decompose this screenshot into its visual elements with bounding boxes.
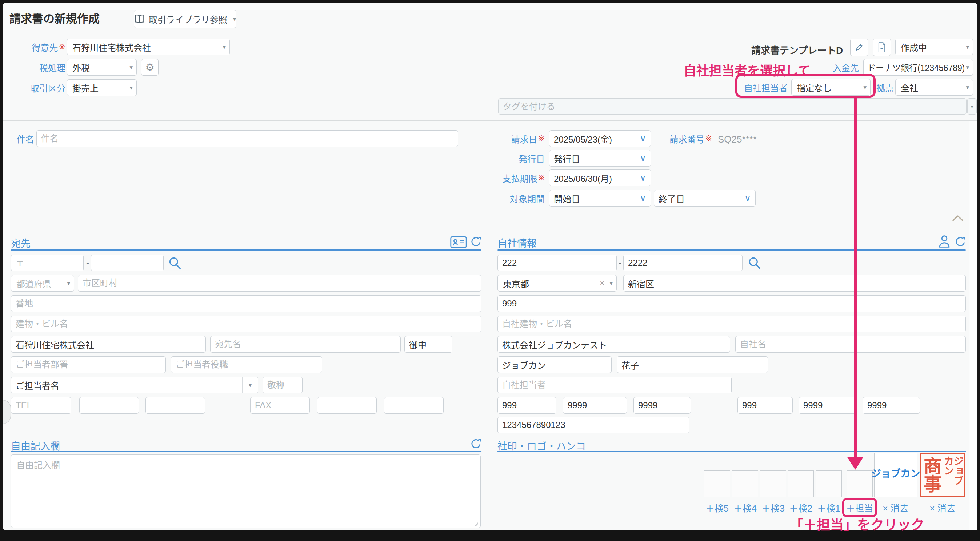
recipient-section-title: 宛先 <box>11 235 30 250</box>
tag-dropdown-button[interactable]: ▾ <box>967 98 977 115</box>
add-stamp-ken2-link[interactable]: ＋検2 <box>787 501 815 514</box>
required-mark: ※ <box>538 134 545 143</box>
recipient-building-input[interactable] <box>11 316 482 332</box>
deposit-select[interactable]: ドーナツ銀行(123456789)▾ <box>863 59 973 76</box>
clear-icon[interactable]: × <box>600 278 605 288</box>
vertical-scrollbar[interactable] <box>969 121 977 530</box>
fax-dash: - <box>793 397 799 414</box>
period-end-picker[interactable]: 終了日∨ <box>654 190 756 207</box>
issue-date-label: 発行日 <box>465 150 545 167</box>
company-postal2-input[interactable] <box>623 255 743 271</box>
issue-date-picker[interactable]: 発行日∨ <box>549 150 651 167</box>
stamp-slot-ken1[interactable] <box>816 471 842 497</box>
invoice-date-picker[interactable]: 2025/05/23(金)∨ <box>549 130 651 147</box>
company-staff-input[interactable] <box>498 377 732 393</box>
recipient-fax1-input[interactable] <box>250 397 310 414</box>
company-street-input[interactable] <box>498 295 966 312</box>
company-tel2-input[interactable] <box>563 397 627 414</box>
company-fax1-input[interactable] <box>737 397 793 414</box>
invoice-number-value: SQ25**** <box>718 134 757 145</box>
subject-input[interactable] <box>37 130 458 147</box>
postal-dash: - <box>617 255 622 271</box>
company-tel1-input[interactable] <box>498 397 556 414</box>
tel-dash: - <box>72 397 78 414</box>
stamp-slot-ken3[interactable] <box>760 471 786 497</box>
recipient-refresh-icon[interactable] <box>470 235 482 248</box>
add-stamp-ken5-link[interactable]: ＋検5 <box>703 501 731 514</box>
collapse-section-button[interactable] <box>952 215 964 222</box>
freenote-refresh-icon[interactable] <box>470 438 482 450</box>
annotation-arrow-line <box>854 98 857 457</box>
company-building-input[interactable] <box>498 316 966 332</box>
recipient-fax2-input[interactable] <box>317 397 377 414</box>
recipient-prefecture-select[interactable]: 都道府県▾ <box>11 275 74 291</box>
recipient-fax3-input[interactable] <box>384 397 444 414</box>
stamp-slot-ken5[interactable] <box>704 471 730 497</box>
edit-template-button[interactable] <box>850 38 869 56</box>
chevron-down-icon: ∨ <box>740 190 755 206</box>
chevron-down-icon: ▾ <box>966 84 969 91</box>
status-select[interactable]: 作成中▾ <box>895 38 973 55</box>
document-icon-button[interactable] <box>873 38 891 56</box>
company-firstname-input[interactable] <box>617 356 768 373</box>
add-stamp-ken4-link[interactable]: ＋検4 <box>731 501 759 514</box>
chevron-up-icon <box>952 215 964 222</box>
recipient-dept-input[interactable] <box>11 356 166 373</box>
add-stamp-ken3-link[interactable]: ＋検3 <box>759 501 787 514</box>
company-fax2-input[interactable] <box>799 397 857 414</box>
required-mark: ※ <box>705 134 712 143</box>
branch-select[interactable]: 全社▾ <box>895 79 973 95</box>
recipient-person-combo[interactable]: ご担当者名▾ <box>11 377 258 393</box>
company-refresh-icon[interactable] <box>954 235 967 248</box>
recipient-role-input[interactable] <box>171 356 322 373</box>
recipient-tel2-input[interactable] <box>79 397 139 414</box>
company-prefecture-select[interactable]: 東京都 × ▾ <box>498 275 617 291</box>
customer-select[interactable]: 石狩川住宅株式会社▾ <box>67 38 230 55</box>
address-card-icon[interactable] <box>450 235 467 249</box>
recipient-postal2-input[interactable] <box>91 255 164 271</box>
recipient-street-input[interactable] <box>11 295 482 312</box>
invoice-create-page: { "colors": { "accent_blue": "#4a93d5", … <box>0 0 980 541</box>
company-lastname-input[interactable] <box>498 356 612 373</box>
add-stamp-ken1-link[interactable]: ＋検1 <box>815 501 843 514</box>
chevron-down-icon: ▾ <box>609 280 613 287</box>
tax-settings-button[interactable]: ⚙ <box>141 59 159 76</box>
recipient-postal1-input[interactable] <box>11 255 84 271</box>
recipient-city-input[interactable] <box>78 275 482 291</box>
recipient-tel1-input[interactable] <box>11 397 71 414</box>
company-registration-input[interactable] <box>498 417 689 433</box>
due-date-picker[interactable]: 2025/06/30(月)∨ <box>549 169 651 186</box>
company-postal1-input[interactable] <box>498 255 617 271</box>
freenote-textarea[interactable] <box>11 455 481 528</box>
company-postal-search-icon[interactable] <box>748 256 762 270</box>
hanko-side-text: ジョブカン <box>943 456 963 495</box>
stamp-slot-ken2[interactable] <box>788 471 814 497</box>
fax-dash: - <box>377 397 383 414</box>
recipient-postal-search-icon[interactable] <box>168 256 182 270</box>
company-tel3-input[interactable] <box>633 397 691 414</box>
stamp-slot-ken4[interactable] <box>732 471 758 497</box>
transaction-type-select[interactable]: 掛売上▾ <box>67 79 137 96</box>
company-name-input[interactable] <box>498 336 730 353</box>
company-city-input[interactable] <box>623 275 966 291</box>
stamp-slot-tanto[interactable] <box>846 471 873 497</box>
company-fax3-input[interactable] <box>862 397 920 414</box>
tax-select[interactable]: 外税▾ <box>67 59 137 76</box>
recipient-company-input[interactable] <box>11 336 206 353</box>
erase-logo-link[interactable]: × 消去 <box>876 501 916 514</box>
tax-label: 税処理 <box>11 59 65 76</box>
required-mark: ※ <box>538 173 545 183</box>
tag-input[interactable] <box>498 98 967 115</box>
erase-hanko-link[interactable]: × 消去 <box>923 501 963 514</box>
period-start-picker[interactable]: 開始日∨ <box>549 190 651 207</box>
company-name2-input[interactable] <box>735 336 966 353</box>
transaction-library-button[interactable]: 取引ライブラリ参照 ▾ <box>134 10 236 28</box>
recipient-name-input[interactable] <box>210 336 401 353</box>
recipient-suffix-input[interactable] <box>262 377 302 393</box>
recipient-honorific-input[interactable] <box>404 336 452 353</box>
textarea-resize-handle[interactable] <box>473 520 479 527</box>
chevron-down-icon: ▾ <box>129 64 133 71</box>
person-icon[interactable] <box>937 234 951 249</box>
recipient-tel3-input[interactable] <box>145 397 205 414</box>
customer-label: 得意先※ <box>11 38 65 55</box>
